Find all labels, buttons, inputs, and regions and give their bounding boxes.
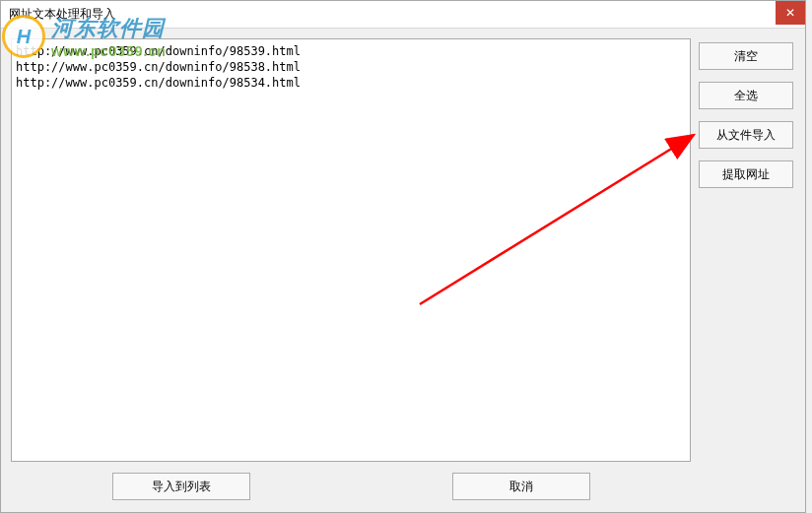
- content-area: 清空 全选 从文件导入 提取网址 导入到列表 取消: [1, 29, 805, 512]
- url-textarea[interactable]: [11, 38, 691, 462]
- cancel-button[interactable]: 取消: [452, 473, 590, 500]
- select-all-button[interactable]: 全选: [699, 82, 793, 109]
- import-to-list-button[interactable]: 导入到列表: [112, 473, 250, 500]
- window-title: 网址文本处理和导入: [9, 6, 115, 23]
- extract-url-button[interactable]: 提取网址: [699, 160, 793, 188]
- import-from-file-button[interactable]: 从文件导入: [699, 121, 793, 149]
- close-icon: ✕: [785, 6, 795, 20]
- clear-button[interactable]: 清空: [699, 42, 793, 70]
- close-button[interactable]: ✕: [776, 1, 805, 25]
- titlebar: 网址文本处理和导入 ✕: [1, 1, 805, 29]
- side-button-group: 清空 全选 从文件导入 提取网址: [699, 42, 793, 188]
- bottom-button-group: 导入到列表 取消: [11, 473, 691, 500]
- dialog-window: 网址文本处理和导入 ✕ 清空 全选 从文件导入 提取网址 导入到列表 取消: [0, 0, 806, 513]
